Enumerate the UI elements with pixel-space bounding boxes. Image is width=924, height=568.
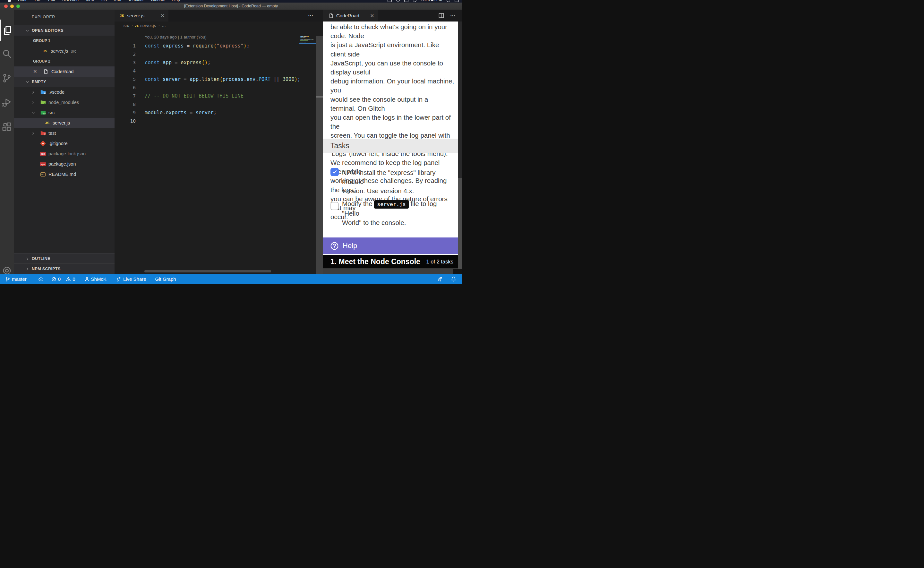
editor-vertical-scrollbar[interactable] xyxy=(316,36,323,274)
paragraph-line: you can open the logs in the lower part … xyxy=(330,113,455,131)
task-checkbox-checked[interactable] xyxy=(330,168,339,176)
help-section[interactable]: Help xyxy=(323,237,458,254)
window-title: [Extension Development Host] - CodeRoad … xyxy=(0,4,462,8)
sidebar-item-.vscode[interactable]: ✕.vscode xyxy=(14,87,115,97)
webview-scrollbar[interactable] xyxy=(458,21,462,269)
breadcrumb-folder[interactable]: src xyxy=(124,23,129,28)
level-title: 1. Meet the Node Console xyxy=(330,257,420,266)
section-npm-scripts[interactable]: NPM SCRIPTS xyxy=(14,263,115,274)
sidebar-item-package-lock.json[interactable]: npmpackage-lock.json xyxy=(14,149,115,159)
menu-item-run[interactable]: Run xyxy=(114,0,121,2)
menu-item-window[interactable]: Window xyxy=(151,0,164,2)
sidebar-item-server.js[interactable]: JSserver.jssrc xyxy=(14,46,115,56)
code-line-2[interactable]: 2 xyxy=(115,50,323,58)
js-file-icon: JS xyxy=(135,24,139,27)
close-tab-icon[interactable]: ✕ xyxy=(370,13,374,19)
activity-extensions[interactable] xyxy=(0,116,14,137)
menu-status-icon[interactable] xyxy=(413,0,416,2)
error-icon xyxy=(51,276,56,282)
status-master[interactable]: master xyxy=(5,276,27,282)
section-empty[interactable]: EMPTY xyxy=(14,77,115,87)
menu-item-terminal[interactable]: Terminal xyxy=(128,0,143,2)
code-line-4[interactable]: 4 xyxy=(115,67,323,75)
activity-explorer[interactable] xyxy=(0,20,14,41)
sidebar-item-node_modules[interactable]: jsnode_modules xyxy=(14,97,115,107)
sidebar-item-.gitignore[interactable]: .gitignore xyxy=(14,138,115,149)
status-live-share[interactable]: Live Share xyxy=(116,276,146,282)
status-git-graph[interactable]: Git Graph xyxy=(155,276,176,282)
close-tab-icon[interactable]: ✕ xyxy=(160,13,164,19)
sidebar-item-test[interactable]: ▽test xyxy=(14,128,115,138)
code-line-5[interactable]: 5const server = app.listen(process.env.P… xyxy=(115,75,323,83)
activity-search[interactable] xyxy=(0,43,14,64)
section-open-editors[interactable]: OPEN EDITORS xyxy=(14,25,115,36)
section-outline[interactable]: OUTLINE xyxy=(14,253,115,264)
sidebar-item-server.js[interactable]: JSserver.js xyxy=(14,118,115,128)
activity-bar xyxy=(0,10,14,274)
code-line-10[interactable]: 10 xyxy=(115,117,323,125)
menu-item-view[interactable]: View xyxy=(86,0,94,2)
more-actions-icon[interactable]: ⋯ xyxy=(450,12,455,19)
activity-run-debug[interactable] xyxy=(0,92,14,113)
menu-status-icon[interactable] xyxy=(396,0,400,2)
sidebar-item-src[interactable]: </>src xyxy=(14,107,115,118)
editor-more-actions-button[interactable]: ⋯ xyxy=(308,12,314,18)
status-left-items: master00ShMcKLive ShareGit Graph xyxy=(0,276,176,282)
line-number: 4 xyxy=(115,68,136,74)
line-number: 5 xyxy=(115,77,136,82)
menu-status-icon[interactable] xyxy=(404,0,408,2)
menu-item-file[interactable]: File xyxy=(35,0,41,2)
line-number: 1 xyxy=(115,43,136,48)
code-line-9[interactable]: 9module.exports = server; xyxy=(115,109,323,117)
sidebar-item-readme.md[interactable]: M↓README.md xyxy=(14,169,115,180)
code-line-6[interactable]: 6 xyxy=(115,83,323,92)
editor-horizontal-scrollbar[interactable] xyxy=(145,270,271,272)
task-description: Modify the server.js file to log "HelloW… xyxy=(342,199,452,227)
scrollbar-thumb[interactable] xyxy=(458,178,462,269)
apple-menu-icon[interactable] xyxy=(8,0,11,2)
codelens-annotation[interactable]: You, 20 days ago | 1 author (You) xyxy=(115,35,323,42)
person-icon xyxy=(84,276,89,282)
menu-item-selection[interactable]: Selection xyxy=(62,0,78,2)
status-feedback-button[interactable] xyxy=(437,276,443,282)
menu-item-edit[interactable]: Edit xyxy=(48,0,55,2)
line-number: 9 xyxy=(115,110,136,115)
menu-status-icon[interactable] xyxy=(446,0,450,2)
menu-item-code[interactable]: Code xyxy=(18,0,27,2)
menu-clock[interactable]: Sat 6:45 PM xyxy=(421,0,442,2)
menu-item-go[interactable]: Go xyxy=(101,0,107,2)
coderoad-panel: CodeRoad ✕ ⋯ be able to check what's goi… xyxy=(323,10,462,274)
coderoad-tab-actions: ⋯ xyxy=(438,10,462,21)
code-lines: 1const express = require("express");23co… xyxy=(115,42,323,125)
task-checkbox-unchecked[interactable] xyxy=(330,202,339,210)
breadcrumb-file[interactable]: server.js xyxy=(140,23,156,28)
line-number: 2 xyxy=(115,52,136,57)
code-line-3[interactable]: 3const app = express(); xyxy=(115,58,323,67)
status-cloud-upload[interactable] xyxy=(38,276,44,282)
split-editor-icon[interactable] xyxy=(438,12,445,19)
code-editor[interactable]: You, 20 days ago | 1 author (You) 1const… xyxy=(115,29,323,274)
npm-icon: npm xyxy=(40,162,46,166)
chevron-down-icon xyxy=(26,80,30,84)
breadcrumb-symbol[interactable]: … xyxy=(162,23,166,28)
level-header[interactable]: 1. Meet the Node Console 1 of 2 tasks xyxy=(323,255,458,269)
close-editor-icon[interactable]: ✕ xyxy=(33,69,37,74)
activity-source-control[interactable] xyxy=(0,67,14,89)
scrollbar-thumb[interactable] xyxy=(316,96,323,98)
status-problems[interactable]: 00 xyxy=(51,276,75,282)
menu-status-icon[interactable] xyxy=(455,0,459,2)
menu-item-help[interactable]: Help xyxy=(172,0,180,2)
tab-server-js[interactable]: JS server.js ✕ xyxy=(115,10,169,21)
code-line-1[interactable]: 1const express = require("express"); xyxy=(115,42,323,50)
sidebar-item-coderoad[interactable]: ✕CodeRoad xyxy=(14,66,115,77)
status-bell-button[interactable] xyxy=(451,276,456,282)
chevron-right-icon xyxy=(31,90,35,94)
tab-coderoad[interactable]: CodeRoad ✕ xyxy=(323,10,378,21)
chevron-right-icon: › xyxy=(131,23,133,27)
sidebar-item-package.json[interactable]: npmpackage.json xyxy=(14,159,115,169)
minimap[interactable] xyxy=(299,29,316,274)
code-line-7[interactable]: 7// -- DO NOT EDIT BELOW THIS LINE xyxy=(115,92,323,100)
menu-status-icon[interactable] xyxy=(387,0,392,2)
status-shmck[interactable]: ShMcK xyxy=(84,276,107,282)
code-line-8[interactable]: 8 xyxy=(115,100,323,109)
